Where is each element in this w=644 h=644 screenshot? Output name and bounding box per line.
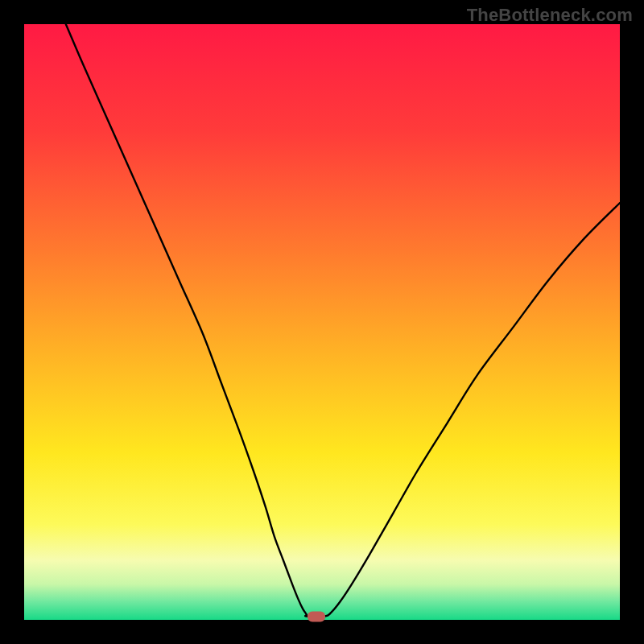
optimal-marker [308,611,325,621]
bottleneck-curve [24,24,620,620]
chart-frame: TheBottleneck.com [0,0,644,644]
watermark-text: TheBottleneck.com [467,5,633,26]
plot-area [24,24,620,620]
